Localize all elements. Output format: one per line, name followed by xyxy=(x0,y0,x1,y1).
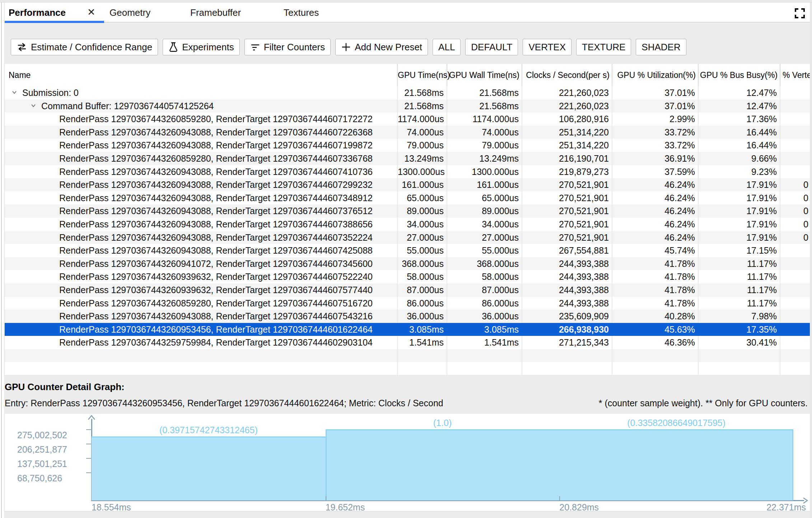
swap-arrows-icon xyxy=(17,42,27,52)
gpu-utilization-cell: 2.99% xyxy=(612,112,699,126)
fullscreen-icon[interactable] xyxy=(793,7,806,20)
column-header-gpu-time[interactable]: GPU Time(ns) xyxy=(398,64,447,86)
table-row[interactable]: RenderPass 12970367443260943088, RenderT… xyxy=(5,244,812,257)
y-axis-arrow-icon xyxy=(87,415,96,422)
table-row[interactable]: RenderPass 12970367443260943088, RenderT… xyxy=(5,191,812,205)
row-name-label: RenderPass 12970367443260943088, RenderT… xyxy=(59,126,373,139)
row-name-cell: RenderPass 12970367443260939632, RenderT… xyxy=(5,270,398,283)
gpu-time-cell: 87.000us xyxy=(398,283,447,297)
gpu-utilization-cell: 45.63% xyxy=(612,323,699,336)
clocks-per-second-cell: 106,280,916 xyxy=(522,112,612,126)
row-name-label: RenderPass 12970367443260859280, RenderT… xyxy=(59,297,373,310)
table-row[interactable]: RenderPass 12970367443260943088, RenderT… xyxy=(5,204,812,218)
column-header-clocks-per-second[interactable]: Clocks / Second(per s) xyxy=(522,64,612,86)
gpu-utilization-cell: 46.24% xyxy=(612,204,699,218)
table-row[interactable]: RenderPass 12970367443260943088, RenderT… xyxy=(5,165,812,179)
clocks-per-second-cell: 244,393,388 xyxy=(522,257,612,270)
table-row[interactable]: RenderPass 12970367443260943088, RenderT… xyxy=(5,178,812,191)
close-tab-icon[interactable]: ✕ xyxy=(87,3,95,23)
gpu-time-cell: 74.000us xyxy=(398,126,447,139)
chart-area-segment[interactable] xyxy=(559,429,793,500)
clocks-per-second-cell: 267,554,881 xyxy=(522,244,612,257)
detail-graph-heading: GPU Counter Detail Graph: xyxy=(5,381,125,393)
filter-counters-button[interactable]: Filter Counters xyxy=(244,39,331,55)
sample-weight-annotation: (0.33582086649017595) xyxy=(627,417,725,428)
button-label: Add New Preset xyxy=(355,42,422,53)
chevron-down-icon[interactable] xyxy=(29,100,38,114)
tab-textures[interactable]: Textures xyxy=(284,3,319,23)
gpu-time-cell: 3.085ms xyxy=(398,323,447,336)
row-name-cell: RenderPass 12970367443260859280, RenderT… xyxy=(5,112,398,126)
column-header-gpu-wall-time[interactable]: GPU Wall Time(ns) xyxy=(447,64,522,86)
table-row[interactable]: RenderPass 12970367443260943088, RenderT… xyxy=(5,139,812,152)
chart-area-segment[interactable] xyxy=(326,429,560,500)
table-row[interactable]: RenderPass 12970367443260943088, RenderT… xyxy=(5,218,812,231)
row-name-label: RenderPass 12970367443260943088, RenderT… xyxy=(59,204,373,218)
table-row[interactable]: RenderPass 12970367443260939632, RenderT… xyxy=(5,283,812,297)
preset-all-button[interactable]: ALL xyxy=(433,39,461,55)
percent-vertex-cell xyxy=(780,165,812,179)
table-row[interactable]: Submission: 021.568ms21.568ms221,260,023… xyxy=(5,86,812,100)
chevron-down-icon[interactable] xyxy=(10,87,19,100)
row-name-cell: RenderPass 12970367443260939632, RenderT… xyxy=(5,283,398,297)
tab-geometry[interactable]: Geometry xyxy=(109,3,150,23)
table-row-selected[interactable]: RenderPass 12970367443260953456, RenderT… xyxy=(5,323,812,336)
clocks-per-second-cell: 244,393,388 xyxy=(522,297,612,310)
gpu-bus-busy-cell: 9.23% xyxy=(699,165,780,179)
percent-vertex-cell xyxy=(780,297,812,310)
column-header-gpu-utilization[interactable]: GPU % Utilization(%) xyxy=(612,64,699,86)
empty-cell xyxy=(522,362,612,375)
row-name-cell: RenderPass 12970367443260943088, RenderT… xyxy=(5,244,398,257)
table-row[interactable]: RenderPass 12970367443260859280, RenderT… xyxy=(5,152,812,165)
column-header-name[interactable]: Name xyxy=(5,64,398,86)
table-row[interactable]: Command Buffer: 1297036744057412526421.5… xyxy=(5,100,812,113)
tab-performance[interactable]: Performance xyxy=(9,3,66,23)
add-new-preset-button[interactable]: Add New Preset xyxy=(335,39,428,55)
gpu-time-cell: 27.000us xyxy=(398,231,447,244)
row-name-label: RenderPass 12970367443260943088, RenderT… xyxy=(59,310,373,323)
gpu-wall-time-cell: 161.000us xyxy=(447,178,522,191)
table-row[interactable]: RenderPass 12970367443260943088, RenderT… xyxy=(5,231,812,244)
row-name-label: RenderPass 12970367443260941072, RenderT… xyxy=(59,257,373,270)
preset-vertex-button[interactable]: VERTEX xyxy=(523,39,571,55)
table-row[interactable]: RenderPass 12970367443259759984, RenderT… xyxy=(5,336,812,349)
gpu-wall-time-cell: 13.249ms xyxy=(447,152,522,165)
column-header-gpu-bus-busy[interactable]: GPU % Bus Busy(%) xyxy=(699,64,780,86)
gpu-bus-busy-cell: 17.91% xyxy=(699,191,780,205)
detail-footnote: * (counter sample weight). ** Only for G… xyxy=(599,398,808,408)
clocks-per-second-cell: 221,260,023 xyxy=(522,86,612,100)
gpu-time-cell: 86.000us xyxy=(398,297,447,310)
gpu-utilization-cell: 36.91% xyxy=(612,152,699,165)
percent-vertex-cell: 0 xyxy=(780,218,812,231)
row-name-cell: RenderPass 12970367443260943088, RenderT… xyxy=(5,178,398,191)
gpu-time-cell: 1174.000us xyxy=(398,112,447,126)
column-header-percent-vertex[interactable]: % Vertex xyxy=(780,64,812,86)
table-row[interactable]: RenderPass 12970367443260943088, RenderT… xyxy=(5,126,812,139)
preset-default-button[interactable]: DEFAULT xyxy=(465,39,518,55)
table-row[interactable]: RenderPass 12970367443260939632, RenderT… xyxy=(5,270,812,283)
gpu-counter-detail-chart: 275,002,502206,251,877137,501,25168,750,… xyxy=(0,414,812,511)
empty-cell xyxy=(398,349,447,362)
row-name-cell: RenderPass 12970367443260859280, RenderT… xyxy=(5,297,398,310)
percent-vertex-cell xyxy=(780,152,812,165)
gpu-utilization-cell: 41.78% xyxy=(612,283,699,297)
preset-shader-button[interactable]: SHADER xyxy=(636,39,686,55)
gpu-utilization-cell: 46.24% xyxy=(612,218,699,231)
chart-area-segment[interactable] xyxy=(92,436,326,500)
button-label: SHADER xyxy=(641,42,680,53)
table-row[interactable]: RenderPass 12970367443260859280, RenderT… xyxy=(5,297,812,310)
tab-framebuffer[interactable]: Framebuffer xyxy=(190,3,241,23)
table-row[interactable]: RenderPass 12970367443260943088, RenderT… xyxy=(5,310,812,323)
estimate-confidence-range-button[interactable]: Estimate / Confidence Range xyxy=(11,39,158,55)
gpu-time-cell: 21.568ms xyxy=(398,86,447,100)
preset-texture-button[interactable]: TEXTURE xyxy=(576,39,631,55)
table-row[interactable]: RenderPass 12970367443260941072, RenderT… xyxy=(5,257,812,270)
window-left-gutter xyxy=(0,3,5,518)
gpu-wall-time-cell: 3.085ms xyxy=(447,323,522,336)
gpu-wall-time-cell: 34.000us xyxy=(447,218,522,231)
table-row[interactable]: RenderPass 12970367443260859280, RenderT… xyxy=(5,112,812,126)
gpu-time-cell: 1300.000us xyxy=(398,165,447,179)
experiments-button[interactable]: Experiments xyxy=(163,39,240,55)
gpu-bus-busy-cell: 17.91% xyxy=(699,218,780,231)
button-label: VERTEX xyxy=(528,42,566,53)
